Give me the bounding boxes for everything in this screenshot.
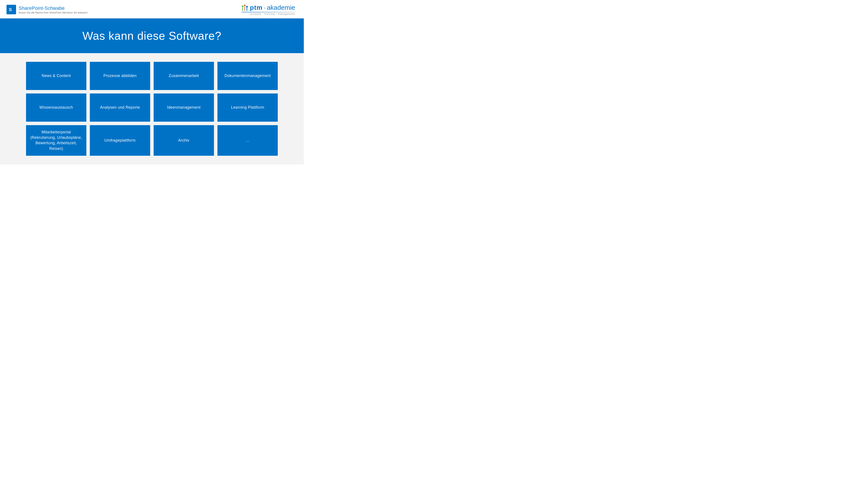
- tiles-grid: News & ContentProzesse abbildenZusammena…: [26, 62, 278, 156]
- main-banner: Was kann diese Software?: [0, 19, 304, 53]
- figure-3-head: [246, 6, 248, 8]
- logo-text-group: SharePoint-Schwabe Nutzen Sie alle Räume…: [19, 5, 88, 14]
- figure-2: [244, 5, 246, 11]
- ptm-logo-group: ptm·akademie projekte · training · manag…: [242, 4, 295, 15]
- ptm-underline: [242, 12, 295, 12]
- sharepoint-logo-icon: S: [6, 5, 16, 14]
- ptm-dot: ·: [264, 4, 266, 11]
- page-header: S SharePoint-Schwabe Nutzen Sie alle Räu…: [0, 0, 304, 19]
- logo-title: SharePoint-Schwabe: [19, 5, 88, 11]
- svg-text:S: S: [9, 7, 12, 12]
- ptm-akademie-text: akademie: [267, 4, 295, 11]
- ptm-top: ptm·akademie: [242, 4, 295, 11]
- tile-2[interactable]: Prozesse abbilden: [90, 62, 150, 90]
- main-heading: Was kann diese Software?: [9, 29, 295, 42]
- figure-2-body: [244, 6, 245, 11]
- grid-section: News & ContentProzesse abbildenZusammena…: [0, 53, 304, 164]
- tile-5[interactable]: Wissensaustausch: [26, 94, 86, 122]
- tile-11[interactable]: Archiv: [154, 125, 214, 156]
- tile-6[interactable]: Analysen und Reporte: [90, 94, 150, 122]
- figure-1-head: [242, 5, 244, 7]
- figure-1: [242, 5, 244, 11]
- figure-1-body: [242, 7, 243, 11]
- tile-1[interactable]: News & Content: [26, 62, 86, 90]
- tile-3[interactable]: Zusammenarbeit: [154, 62, 214, 90]
- figure-3-body: [247, 8, 247, 11]
- figure-2-head: [244, 5, 246, 6]
- logo-left: S SharePoint-Schwabe Nutzen Sie alle Räu…: [6, 5, 88, 14]
- logo-subtitle: Nutzen Sie alle Räume Ihrer SharePoint V…: [19, 11, 88, 14]
- tile-9[interactable]: Mitarbeiterportal (Rekrutierung, Urlaubs…: [26, 125, 86, 156]
- tile-10[interactable]: Umfrageplattform: [90, 125, 150, 156]
- tile-12[interactable]: ...: [217, 125, 278, 156]
- ptm-logo: ptm·akademie projekte · training · manag…: [242, 4, 295, 15]
- figure-3: [246, 6, 248, 11]
- tile-7[interactable]: Ideenmanagement: [154, 94, 214, 122]
- tile-4[interactable]: Dokumentenmanagement: [217, 62, 278, 90]
- ptm-figures: [242, 5, 248, 11]
- ptm-tagline: projekte · training · management: [250, 12, 295, 15]
- ptm-brand-text: ptm: [250, 4, 262, 11]
- tile-8[interactable]: Learning Plattform: [217, 94, 278, 122]
